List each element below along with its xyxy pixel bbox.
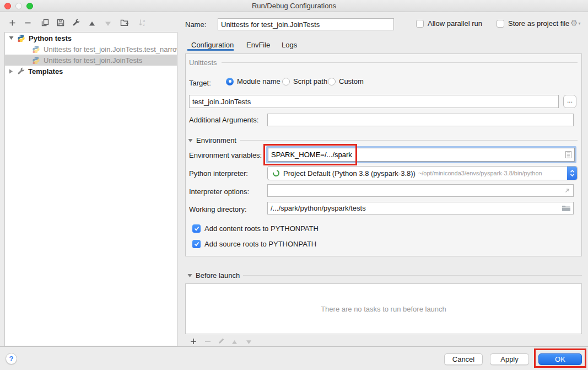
footer-divider bbox=[0, 346, 588, 347]
unittests-section-title: Unittests bbox=[189, 58, 217, 67]
checkbox-unchecked-icon bbox=[416, 20, 424, 28]
interpreter-name: Project Default (Python 3.8 (pyspark-3.8… bbox=[283, 169, 416, 178]
checkbox-checked-icon bbox=[192, 224, 201, 233]
sort-configurations-button[interactable]: az bbox=[137, 19, 148, 29]
new-folder-icon bbox=[120, 19, 129, 29]
no-tasks-message: There are no tasks to run before launch bbox=[321, 305, 446, 313]
add-source-roots-checkbox[interactable]: Add source roots to PYTHONPATH bbox=[192, 240, 316, 248]
store-as-project-file-label: Store as project file bbox=[508, 19, 569, 28]
environment-variables-input[interactable] bbox=[268, 148, 563, 162]
add-icon bbox=[9, 19, 16, 29]
allow-parallel-run-label: Allow parallel run bbox=[428, 19, 482, 28]
add-task-button[interactable] bbox=[187, 337, 199, 347]
configurations-tree: Python tests Unittests for test_join.Joi… bbox=[4, 32, 177, 346]
tree-item-label: Templates bbox=[28, 67, 63, 76]
section-divider bbox=[222, 62, 578, 63]
add-content-roots-label: Add content roots to PYTHONPATH bbox=[204, 224, 319, 233]
arrow-up-icon bbox=[231, 337, 238, 347]
radio-label: Custom bbox=[339, 77, 364, 85]
arrow-down-icon bbox=[246, 337, 252, 347]
environment-variables-label: Environment variables: bbox=[189, 151, 262, 159]
arrow-down-icon bbox=[105, 19, 111, 29]
radio-module-name[interactable]: Module name bbox=[226, 77, 280, 85]
environment-section-title: Environment bbox=[196, 136, 236, 144]
browse-target-button[interactable]: ... bbox=[563, 95, 576, 108]
collapse-triangle-icon[interactable] bbox=[188, 135, 193, 145]
store-options-gear-button[interactable]: ⚙▾ bbox=[570, 18, 580, 28]
browse-folder-icon[interactable] bbox=[562, 205, 570, 212]
env-vars-editor-button[interactable] bbox=[563, 148, 575, 162]
interpreter-options-label: Interpreter options: bbox=[189, 187, 249, 196]
add-source-roots-label: Add source roots to PYTHONPATH bbox=[204, 240, 316, 248]
copy-configuration-button[interactable] bbox=[40, 19, 51, 29]
zoom-window-button[interactable] bbox=[26, 3, 33, 9]
move-task-up-button[interactable] bbox=[228, 337, 240, 347]
name-label: Name: bbox=[185, 20, 206, 29]
wrench-icon bbox=[72, 19, 80, 29]
svg-text:z: z bbox=[143, 23, 144, 26]
environment-section-header[interactable]: Environment bbox=[188, 135, 578, 145]
tab-envfile[interactable]: EnvFile bbox=[246, 39, 270, 51]
radio-script-path[interactable]: Script path bbox=[282, 77, 327, 85]
radio-label: Script path bbox=[293, 77, 327, 85]
pencil-icon bbox=[218, 337, 225, 347]
before-launch-task-list: There are no tasks to run before launch bbox=[185, 283, 582, 334]
expand-field-icon[interactable] bbox=[564, 187, 570, 194]
svg-text:a: a bbox=[143, 19, 145, 23]
move-up-button[interactable] bbox=[87, 19, 98, 29]
tree-item-jointests-selected[interactable]: Unittests for test_join.JoinTests bbox=[5, 55, 177, 66]
radio-label: Module name bbox=[237, 77, 280, 85]
collapse-triangle-icon[interactable] bbox=[187, 270, 192, 280]
active-tab-underline bbox=[187, 49, 234, 51]
interpreter-options-input[interactable] bbox=[268, 186, 564, 195]
store-as-project-file-checkbox[interactable]: Store as project file bbox=[497, 19, 569, 28]
gear-icon: ⚙ bbox=[570, 18, 578, 28]
additional-arguments-input[interactable] bbox=[267, 114, 574, 126]
checkbox-unchecked-icon bbox=[497, 20, 504, 28]
collapse-triangle-icon[interactable] bbox=[9, 36, 14, 40]
before-launch-title: Before launch bbox=[196, 271, 240, 280]
add-content-roots-checkbox[interactable]: Add content roots to PYTHONPATH bbox=[192, 224, 319, 233]
edit-task-button[interactable] bbox=[215, 337, 227, 347]
save-icon bbox=[57, 19, 64, 29]
question-mark-icon: ? bbox=[9, 355, 14, 363]
tree-item-python-tests[interactable]: Python tests bbox=[5, 33, 177, 44]
title-bar: Run/Debug Configurations bbox=[0, 0, 588, 12]
tree-item-test-narrow[interactable]: Unittests for test_join.JoinTests.test_n… bbox=[5, 44, 177, 55]
remove-icon bbox=[204, 337, 211, 347]
save-configuration-button[interactable] bbox=[55, 19, 66, 29]
help-button[interactable]: ? bbox=[6, 353, 17, 364]
target-input[interactable] bbox=[189, 95, 559, 108]
ok-button[interactable]: OK bbox=[538, 353, 582, 365]
working-directory-input[interactable] bbox=[268, 203, 562, 213]
close-window-button[interactable] bbox=[4, 3, 11, 9]
arrow-up-icon bbox=[89, 19, 95, 29]
before-launch-section-header[interactable]: Before launch bbox=[187, 270, 582, 280]
tree-item-label: Unittests for test_join.JoinTests bbox=[44, 56, 142, 65]
combobox-stepper-icon[interactable] bbox=[567, 167, 577, 180]
apply-button[interactable]: Apply bbox=[490, 353, 529, 365]
radio-custom[interactable]: Custom bbox=[328, 77, 364, 85]
edit-templates-button[interactable] bbox=[71, 19, 82, 29]
move-down-button[interactable] bbox=[103, 19, 114, 29]
expand-triangle-icon[interactable] bbox=[9, 69, 14, 74]
name-input[interactable] bbox=[218, 18, 394, 30]
remove-configuration-button[interactable] bbox=[22, 19, 33, 29]
working-directory-label: Working directory: bbox=[189, 205, 247, 213]
working-directory-field bbox=[267, 202, 574, 215]
section-divider bbox=[243, 275, 582, 276]
allow-parallel-run-checkbox[interactable]: Allow parallel run bbox=[416, 19, 482, 28]
additional-arguments-label: Additional Arguments: bbox=[189, 116, 258, 124]
tree-item-label: Python tests bbox=[29, 34, 72, 42]
remove-task-button[interactable] bbox=[202, 337, 214, 347]
add-icon bbox=[190, 337, 197, 347]
cancel-button[interactable]: Cancel bbox=[444, 353, 483, 365]
radio-unselected-icon bbox=[282, 78, 290, 85]
interpreter-path: ~/opt/miniconda3/envs/pyspark-3.8/bin/py… bbox=[418, 170, 567, 176]
tab-logs[interactable]: Logs bbox=[282, 39, 297, 51]
python-interpreter-combobox[interactable]: Project Default (Python 3.8 (pyspark-3.8… bbox=[267, 166, 578, 180]
tree-item-templates[interactable]: Templates bbox=[5, 66, 177, 77]
move-task-down-button[interactable] bbox=[242, 337, 255, 347]
add-configuration-button[interactable] bbox=[7, 19, 18, 29]
new-folder-button[interactable] bbox=[119, 19, 130, 29]
